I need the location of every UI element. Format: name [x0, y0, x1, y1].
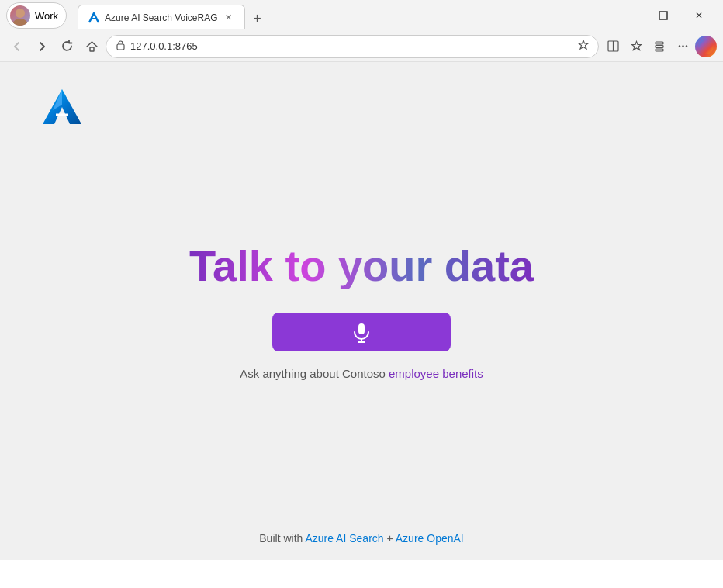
svg-rect-7	[656, 42, 663, 44]
svg-point-11	[682, 45, 683, 47]
collections-button[interactable]	[649, 36, 670, 57]
window-controls: — ✕	[610, 0, 717, 31]
mic-icon	[351, 321, 372, 343]
close-button[interactable]: ✕	[681, 0, 717, 31]
nav-right-buttons	[602, 36, 717, 57]
address-bar[interactable]: 127.0.0.1:8765	[106, 35, 599, 58]
svg-rect-2	[659, 12, 667, 19]
minimize-button[interactable]: —	[610, 0, 645, 31]
footer-link-azure-search[interactable]: Azure AI Search	[305, 532, 383, 545]
svg-rect-4	[117, 44, 124, 50]
nav-bar: 127.0.0.1:8765	[0, 31, 723, 62]
subtitle: Ask anything about Contoso employee bene…	[240, 367, 483, 380]
favorites-button[interactable]	[625, 36, 647, 57]
refresh-button[interactable]	[56, 36, 78, 57]
maximize-button[interactable]	[645, 0, 681, 31]
tab-favicon	[88, 12, 100, 24]
url-text: 127.0.0.1:8765	[130, 40, 573, 52]
footer-text: Built with	[259, 532, 305, 545]
subtitle-plain: Ask anything about Contoso	[240, 367, 389, 380]
mic-button[interactable]	[272, 313, 451, 351]
bookmark-icon[interactable]	[578, 40, 589, 53]
svg-point-1	[13, 19, 27, 26]
svg-point-13	[698, 39, 714, 54]
home-button[interactable]	[81, 36, 102, 57]
svg-point-0	[16, 9, 25, 18]
profile-button[interactable]: Work	[6, 2, 67, 29]
avatar	[10, 5, 30, 26]
svg-rect-3	[90, 47, 94, 51]
subtitle-highlight: employee benefits	[389, 367, 483, 380]
new-tab-button[interactable]: +	[247, 8, 268, 29]
forward-button[interactable]	[31, 36, 53, 57]
split-screen-button[interactable]	[602, 36, 624, 57]
svg-point-12	[685, 45, 687, 47]
active-tab[interactable]: Azure AI Search VoiceRAG ✕	[78, 5, 244, 29]
tab-title: Azure AI Search VoiceRAG	[105, 12, 217, 23]
back-button[interactable]	[6, 36, 28, 57]
svg-rect-8	[656, 46, 663, 48]
tab-bar: Azure AI Search VoiceRAG ✕ +	[71, 2, 605, 29]
hero-title: Talk to your data	[189, 242, 534, 290]
footer-link-openai[interactable]: Azure OpenAI	[396, 532, 464, 545]
app-logo	[39, 85, 85, 128]
footer-connector: +	[384, 532, 396, 545]
edge-profile-button[interactable]	[695, 36, 717, 57]
svg-rect-9	[656, 49, 663, 51]
title-bar: Work Azure AI Search VoiceRAG ✕ + —	[0, 0, 723, 31]
profile-label: Work	[35, 10, 58, 22]
browser-window: Work Azure AI Search VoiceRAG ✕ + —	[0, 0, 723, 560]
tab-close-button[interactable]: ✕	[223, 12, 235, 24]
svg-point-10	[678, 45, 680, 47]
page-body: Talk to your data Ask anything about Con…	[0, 62, 723, 560]
footer: Built with Azure AI Search + Azure OpenA…	[259, 532, 463, 545]
secure-icon	[116, 40, 126, 53]
svg-rect-14	[358, 323, 365, 334]
more-button[interactable]	[672, 36, 694, 57]
